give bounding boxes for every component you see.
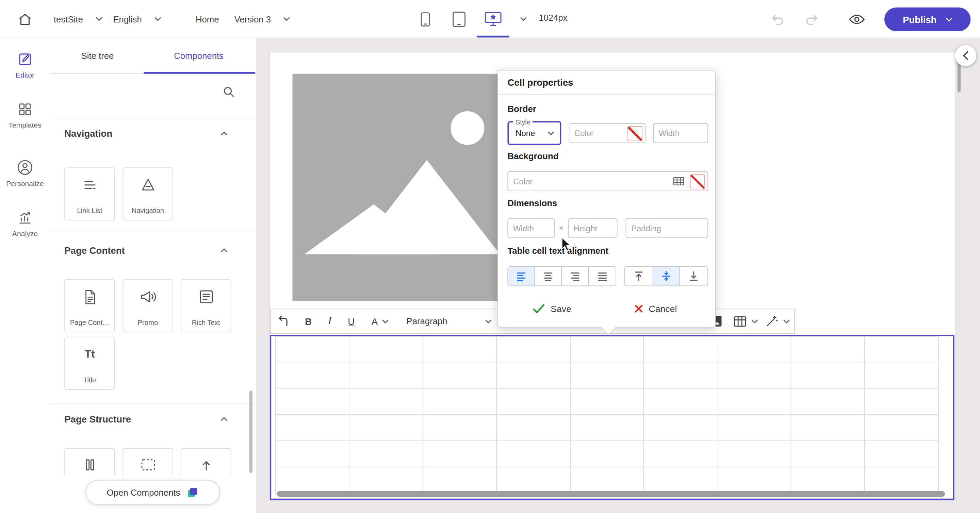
table-cell[interactable]	[275, 441, 349, 467]
cancel-button[interactable]: Cancel	[634, 299, 677, 318]
magic-wand-dropdown[interactable]	[765, 309, 790, 333]
table-cell[interactable]	[718, 441, 791, 467]
table-cell[interactable]	[570, 336, 644, 362]
table-cell[interactable]	[718, 389, 791, 415]
panel-scrollbar[interactable]	[250, 391, 253, 473]
tab-site-tree[interactable]: Site tree	[61, 38, 134, 73]
paragraph-style-dropdown[interactable]: Paragraph	[407, 316, 492, 326]
table-cell[interactable]	[865, 415, 939, 441]
rail-item-analyze[interactable]: Analyze	[0, 211, 50, 237]
table-cell[interactable]	[350, 336, 423, 362]
horizontal-scrollbar[interactable]	[277, 491, 945, 497]
padding-input[interactable]	[626, 218, 708, 238]
component-card-move-up[interactable]	[181, 448, 231, 476]
align-left-button[interactable]	[508, 267, 535, 286]
table-cell[interactable]	[570, 389, 644, 415]
language-selector[interactable]: English	[113, 0, 161, 38]
table-cell[interactable]	[570, 467, 644, 494]
site-selector[interactable]: testSite	[54, 0, 102, 38]
table-cell[interactable]	[791, 362, 865, 389]
align-justify-button[interactable]	[589, 267, 616, 286]
valign-middle-button[interactable]	[653, 267, 680, 286]
redo-button[interactable]	[804, 0, 819, 38]
font-style-button[interactable]: A	[372, 316, 389, 326]
search-button[interactable]	[223, 86, 235, 98]
color-picker-button[interactable]	[673, 177, 684, 186]
table-cell[interactable]	[791, 336, 865, 362]
table-cell[interactable]	[644, 467, 718, 494]
table-cell[interactable]	[570, 415, 644, 441]
table-cell[interactable]	[791, 389, 865, 415]
table-cell[interactable]	[791, 467, 865, 494]
tab-components[interactable]: Components	[143, 38, 255, 73]
border-style-select[interactable]: Style None	[508, 121, 561, 145]
component-card-page-content[interactable]: Page Cont…	[64, 279, 115, 332]
table-cell[interactable]	[865, 336, 939, 362]
table-cell[interactable]	[497, 441, 571, 467]
border-width-input[interactable]	[653, 123, 708, 143]
no-color-swatch[interactable]	[627, 126, 643, 141]
table-cell[interactable]	[423, 415, 497, 441]
table-cell[interactable]	[644, 336, 718, 362]
selected-table-component[interactable]	[270, 335, 954, 500]
component-card-title[interactable]: Tt Title	[64, 337, 115, 390]
component-card-navigation[interactable]: Navigation	[123, 167, 173, 221]
table-cell[interactable]	[865, 362, 939, 389]
table-cell[interactable]	[497, 336, 571, 362]
table-cell[interactable]	[423, 336, 497, 362]
open-components-button[interactable]: Open Components	[86, 480, 220, 505]
table-cell[interactable]	[644, 389, 718, 415]
image-placeholder[interactable]	[293, 74, 500, 302]
table-cell[interactable]	[275, 336, 349, 362]
table-cell[interactable]	[718, 336, 791, 362]
rail-item-templates[interactable]: Templates	[0, 102, 50, 129]
table-cell[interactable]	[423, 441, 497, 467]
component-card-rich-text[interactable]: Rich Text	[181, 279, 231, 332]
table-cell[interactable]	[350, 441, 423, 467]
device-tablet-button[interactable]	[453, 0, 466, 38]
table-cell[interactable]	[644, 441, 718, 467]
rail-item-personalize[interactable]: Personalize	[0, 159, 50, 187]
table-cell[interactable]	[423, 467, 497, 494]
component-card-promo[interactable]: Promo	[123, 279, 173, 332]
table-cell[interactable]	[718, 415, 791, 441]
return-arrow-button[interactable]	[277, 316, 290, 327]
component-card-columns[interactable]	[64, 448, 115, 476]
device-desktop-button[interactable]	[484, 0, 501, 38]
table-cell[interactable]	[275, 467, 349, 494]
valign-bottom-button[interactable]	[680, 267, 708, 286]
table-cell[interactable]	[275, 362, 349, 389]
italic-button[interactable]: I	[328, 315, 331, 327]
chevron-up-icon[interactable]	[221, 248, 227, 252]
table-cell[interactable]	[644, 415, 718, 441]
undo-button[interactable]	[770, 0, 785, 38]
table-cell[interactable]	[644, 362, 718, 389]
table-cell[interactable]	[423, 389, 497, 415]
collapse-panel-button[interactable]	[955, 45, 976, 66]
align-right-button[interactable]	[562, 267, 589, 286]
table-cell[interactable]	[497, 389, 571, 415]
table-cell[interactable]	[865, 441, 939, 467]
table-cell[interactable]	[497, 415, 571, 441]
table-tool-dropdown[interactable]	[733, 309, 758, 333]
component-card-link-list[interactable]: Link List	[64, 167, 115, 221]
valign-top-button[interactable]	[625, 267, 653, 286]
underline-button[interactable]: U	[348, 316, 355, 326]
table-cell[interactable]	[423, 362, 497, 389]
version-selector[interactable]: Version 3	[234, 0, 290, 38]
chevron-up-icon[interactable]	[221, 416, 227, 421]
bold-button[interactable]: B	[305, 316, 312, 326]
table-cell[interactable]	[791, 441, 865, 467]
no-color-swatch[interactable]	[690, 174, 705, 189]
preview-button[interactable]	[849, 0, 865, 38]
home-button[interactable]	[18, 0, 32, 38]
table-cell[interactable]	[350, 415, 423, 441]
table-cell[interactable]	[570, 441, 644, 467]
table-cell[interactable]	[350, 362, 423, 389]
table-cell[interactable]	[865, 389, 939, 415]
component-card-area[interactable]	[123, 448, 173, 476]
table-cell[interactable]	[350, 389, 423, 415]
rail-item-editor[interactable]: Editor	[0, 52, 50, 79]
table-cell[interactable]	[275, 415, 349, 441]
table-cell[interactable]	[718, 362, 791, 389]
